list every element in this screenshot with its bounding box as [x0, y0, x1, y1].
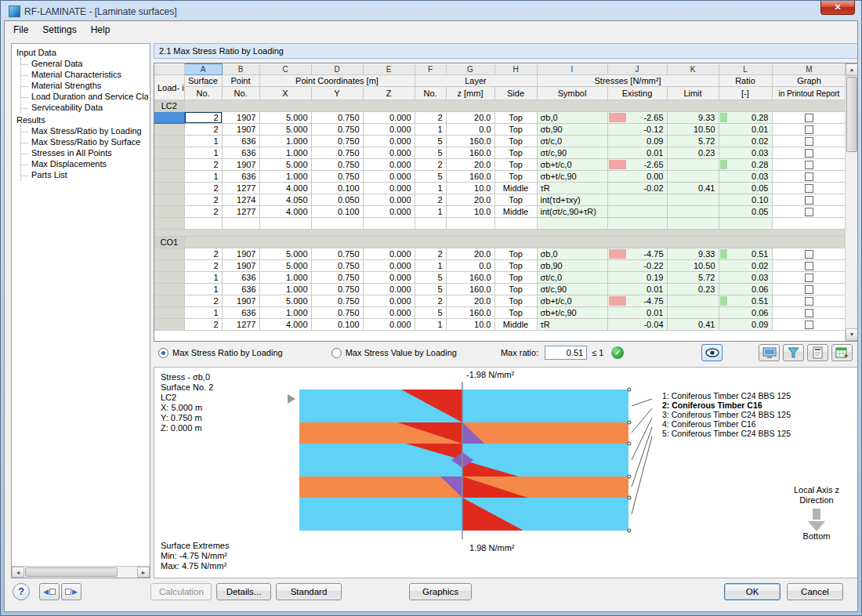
- cell-symbol[interactable]: int(τd+τxy): [537, 194, 607, 206]
- cell-z[interactable]: 0.000: [363, 248, 415, 260]
- export-excel-button[interactable]: [831, 344, 853, 361]
- cell-limit[interactable]: 0.23: [667, 284, 719, 295]
- cell-z[interactable]: 0.000: [363, 147, 415, 159]
- cell-z[interactable]: 0.000: [363, 319, 415, 331]
- cell-existing[interactable]: -0.02: [607, 183, 667, 194]
- graph-checkbox[interactable]: [805, 321, 813, 329]
- column-letter-a[interactable]: A: [184, 64, 222, 75]
- cell-existing[interactable]: [607, 206, 667, 218]
- cell-surface[interactable]: 1: [184, 284, 222, 295]
- cell-existing[interactable]: 0.01: [607, 307, 667, 319]
- cell-ratio[interactable]: 0.05: [719, 206, 772, 218]
- cell-limit[interactable]: 10.50: [667, 260, 719, 272]
- row-selector[interactable]: [154, 112, 184, 124]
- cell-surface[interactable]: 2: [184, 183, 222, 194]
- section-label[interactable]: LC2: [154, 100, 184, 112]
- column-letter-b[interactable]: B: [222, 64, 259, 75]
- tree-section-input-data[interactable]: Input Data: [16, 47, 148, 58]
- row-selector[interactable]: [154, 248, 184, 260]
- cell-limit[interactable]: [667, 171, 719, 183]
- cell-surface[interactable]: 1: [184, 136, 222, 147]
- close-button[interactable]: ✕: [820, 1, 855, 15]
- cell-point[interactable]: 636: [222, 136, 259, 147]
- cell-limit[interactable]: 0.23: [667, 147, 719, 159]
- cell-surface[interactable]: 1: [184, 272, 222, 284]
- cell-z-mm[interactable]: 20.0: [446, 194, 494, 206]
- graph-checkbox[interactable]: [805, 114, 813, 122]
- cell-x[interactable]: 1.000: [259, 136, 311, 147]
- cell-layer-no[interactable]: 5: [415, 171, 446, 183]
- graph-checkbox[interactable]: [805, 285, 813, 294]
- scroll-right-arrow-icon[interactable]: ►: [137, 567, 150, 578]
- cell-x[interactable]: 4.000: [259, 183, 311, 194]
- cell-symbol[interactable]: σb+t/c,0: [537, 159, 607, 171]
- cell-z[interactable]: 0.000: [363, 272, 415, 284]
- cell-y[interactable]: 0.750: [311, 112, 363, 124]
- cell-symbol[interactable]: τR: [537, 319, 607, 331]
- cell-z[interactable]: 0.000: [363, 307, 415, 319]
- cell-z[interactable]: 0.000: [363, 183, 415, 194]
- cell-symbol[interactable]: σb,90: [537, 124, 607, 136]
- cell-y[interactable]: 0.750: [311, 272, 363, 284]
- cell-side[interactable]: Top: [494, 272, 537, 284]
- cell-side[interactable]: Top: [494, 124, 537, 136]
- cell-layer-no[interactable]: 1: [415, 319, 446, 331]
- cell-point[interactable]: 1907: [222, 248, 259, 260]
- cell-limit[interactable]: [667, 206, 719, 218]
- cell-y[interactable]: 0.750: [311, 248, 363, 260]
- tree-item-max-stress-ratio-by-surface[interactable]: Max Stress/Ratio by Surface: [21, 136, 148, 147]
- cell-surface[interactable]: 2: [184, 206, 222, 218]
- cell-z-mm[interactable]: 160.0: [446, 136, 494, 147]
- cell-limit[interactable]: [667, 307, 719, 319]
- tree-item-general-data[interactable]: General Data: [21, 58, 148, 69]
- ok-button[interactable]: OK: [724, 583, 781, 600]
- tree-item-load-duration[interactable]: Load Duration and Service Clas: [21, 91, 148, 102]
- tree-item-max-stress-ratio-by-loading[interactable]: Max Stress/Ratio by Loading: [21, 125, 148, 136]
- cell-graph[interactable]: [772, 171, 846, 183]
- cell-x[interactable]: 4.000: [259, 319, 311, 331]
- scroll-down-arrow-icon[interactable]: ▼: [846, 328, 857, 341]
- cell-limit[interactable]: 5.72: [667, 136, 719, 147]
- cell-x[interactable]: 5.000: [259, 159, 311, 171]
- cell-point[interactable]: 636: [222, 272, 259, 284]
- cell-point[interactable]: 1277: [222, 183, 259, 194]
- cell-y[interactable]: 0.750: [311, 307, 363, 319]
- cell-layer-no[interactable]: 2: [415, 248, 446, 260]
- cell-graph[interactable]: [772, 147, 846, 159]
- cell-y[interactable]: 0.750: [311, 171, 363, 183]
- cell-symbol[interactable]: σt/c,90: [537, 284, 607, 295]
- row-selector[interactable]: [154, 260, 184, 272]
- graph-checkbox[interactable]: [805, 149, 813, 158]
- cell-z-mm[interactable]: 10.0: [446, 183, 494, 194]
- cell-z-mm[interactable]: 160.0: [446, 171, 494, 183]
- tree-item-material-strengths[interactable]: Material Strengths: [21, 80, 148, 91]
- row-selector[interactable]: [154, 159, 184, 171]
- next-table-button[interactable]: ▶: [61, 583, 81, 600]
- view-results-button[interactable]: [701, 344, 723, 361]
- row-selector[interactable]: [154, 206, 184, 218]
- cell-x[interactable]: 5.000: [259, 295, 311, 307]
- previous-table-button[interactable]: ◀: [39, 583, 60, 600]
- cell-existing[interactable]: 0.19: [607, 272, 667, 284]
- scroll-up-arrow-icon[interactable]: ▲: [846, 63, 857, 76]
- cell-side[interactable]: Top: [494, 307, 537, 319]
- cell-ratio[interactable]: 0.10: [719, 194, 772, 206]
- filter-button[interactable]: [783, 344, 804, 361]
- cell-limit[interactable]: [667, 159, 719, 171]
- cell-y[interactable]: 0.750: [311, 295, 363, 307]
- cell-graph[interactable]: [772, 112, 846, 124]
- cell-surface[interactable]: 2: [184, 112, 222, 124]
- cell-y[interactable]: 0.100: [311, 206, 363, 218]
- section-label[interactable]: CO1: [154, 237, 184, 248]
- cell-point[interactable]: 1907: [222, 260, 259, 272]
- cell-point[interactable]: 636: [222, 307, 259, 319]
- cell-z-mm[interactable]: 160.0: [446, 284, 494, 295]
- cell-symbol[interactable]: σt/c,0: [537, 136, 607, 147]
- graph-checkbox[interactable]: [805, 137, 813, 146]
- row-selector[interactable]: [154, 295, 184, 307]
- cell-point[interactable]: 1907: [222, 124, 259, 136]
- cell-z[interactable]: 0.000: [363, 171, 415, 183]
- cell-symbol[interactable]: σb+t/c,90: [537, 307, 607, 319]
- cell-side[interactable]: Top: [494, 147, 537, 159]
- cell-side[interactable]: Top: [494, 260, 537, 272]
